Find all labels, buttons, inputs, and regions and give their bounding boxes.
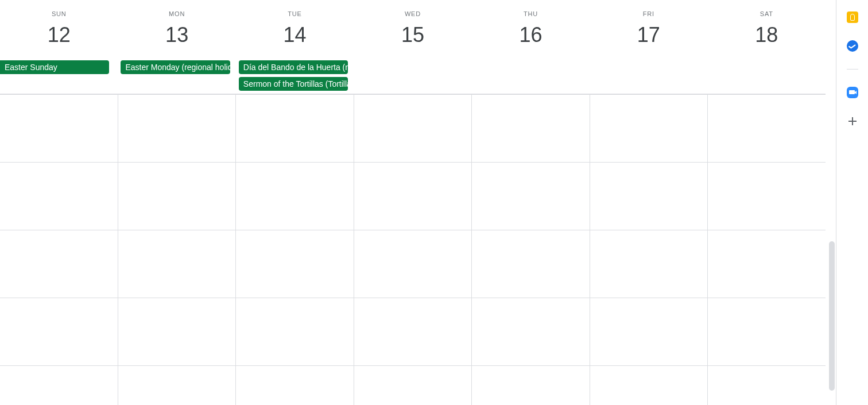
day-number[interactable]: 17 — [590, 22, 707, 48]
side-panel — [836, 0, 868, 405]
add-addon-icon[interactable] — [847, 115, 858, 127]
day-header-mon[interactable]: MON 13 — [118, 0, 235, 57]
tasks-icon[interactable] — [847, 40, 858, 52]
day-header-tue[interactable]: TUE 14 — [236, 0, 354, 57]
day-of-week-label: WED — [354, 10, 471, 17]
keep-icon[interactable] — [847, 11, 858, 23]
calendar-week-grid: SUN 12 MON 13 TUE 14 WED 15 THU 16 FRI 1… — [0, 0, 826, 405]
time-col-wed[interactable] — [354, 94, 472, 405]
day-of-week-label: SAT — [708, 10, 826, 17]
all-day-event[interactable]: Easter Sunday — [0, 60, 109, 74]
time-col-sun[interactable] — [0, 94, 118, 405]
day-of-week-label: MON — [118, 10, 235, 17]
side-panel-divider — [847, 69, 858, 70]
vertical-scrollbar[interactable] — [829, 241, 835, 391]
day-header-sun[interactable]: SUN 12 — [0, 0, 118, 57]
day-number[interactable]: 14 — [236, 22, 354, 48]
time-col-mon[interactable] — [118, 94, 237, 405]
day-number[interactable]: 18 — [708, 22, 826, 48]
time-col-thu[interactable] — [472, 94, 590, 405]
time-grid-columns — [0, 94, 826, 405]
time-col-tue[interactable] — [236, 94, 354, 405]
day-number[interactable]: 12 — [0, 22, 118, 48]
day-number[interactable]: 13 — [118, 22, 235, 48]
calendar-main: SUN 12 MON 13 TUE 14 WED 15 THU 16 FRI 1… — [0, 0, 836, 405]
day-header-fri[interactable]: FRI 17 — [590, 0, 707, 57]
day-of-week-label: SUN — [0, 10, 118, 17]
all-day-event[interactable]: Día del Bando de la Huerta (regional hol… — [239, 60, 348, 74]
time-col-sat[interactable] — [708, 94, 826, 405]
time-grid[interactable] — [0, 94, 826, 405]
all-day-event[interactable]: Sermon of the Tortillas (Tortillas Sermo… — [239, 77, 348, 91]
day-header-thu[interactable]: THU 16 — [472, 0, 590, 57]
zoom-icon[interactable] — [847, 87, 858, 98]
day-header-wed[interactable]: WED 15 — [354, 0, 471, 57]
day-headers-row: SUN 12 MON 13 TUE 14 WED 15 THU 16 FRI 1… — [0, 0, 826, 57]
day-of-week-label: THU — [472, 10, 590, 17]
all-day-event[interactable]: Easter Monday (regional holiday) — [121, 60, 230, 74]
day-header-sat[interactable]: SAT 18 — [708, 0, 826, 57]
day-number[interactable]: 16 — [472, 22, 590, 48]
day-number[interactable]: 15 — [354, 22, 471, 48]
day-of-week-label: FRI — [590, 10, 707, 17]
all-day-events-row[interactable]: Easter SundayEaster Monday (regional hol… — [0, 57, 826, 94]
time-col-fri[interactable] — [590, 94, 708, 405]
day-of-week-label: TUE — [236, 10, 354, 17]
